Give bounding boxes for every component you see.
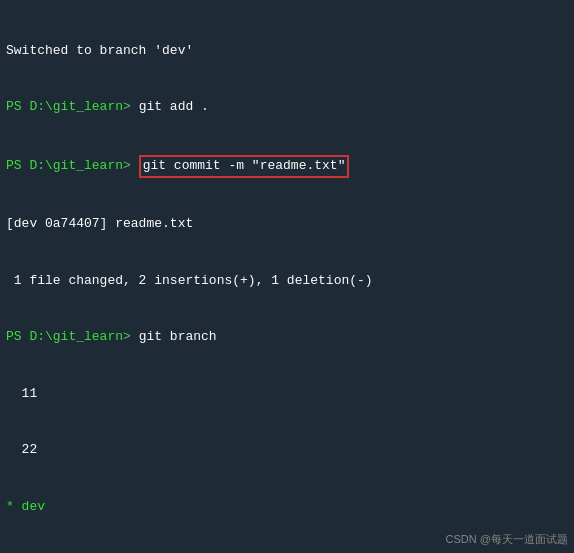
cmd-highlight: git commit -m "readme.txt"	[131, 158, 350, 173]
line-git-commit: PS D:\git_learn> git commit -m "readme.t…	[6, 155, 568, 178]
watermark: CSDN @每天一道面试题	[446, 532, 568, 547]
line-file-changed: 1 file changed, 2 insertions(+), 1 delet…	[6, 272, 568, 291]
commit-cmd-box: git commit -m "readme.txt"	[139, 155, 350, 178]
prompt-path: PS D:\git_learn>	[6, 99, 131, 114]
cmd-text: git add .	[131, 99, 209, 114]
line-git-branch: PS D:\git_learn> git branch	[6, 328, 568, 347]
prompt-path-3: PS D:\git_learn>	[6, 329, 131, 344]
branch-dev-name: dev	[22, 499, 45, 514]
line-git-add: PS D:\git_learn> git add .	[6, 98, 568, 117]
line-switched: Switched to branch 'dev'	[6, 42, 568, 61]
line-branch-22: 22	[6, 441, 568, 460]
branch-star: *	[6, 499, 22, 514]
line-dev-hash: [dev 0a74407] readme.txt	[6, 215, 568, 234]
line-branch-11: 11	[6, 385, 568, 404]
prompt-path-2: PS D:\git_learn>	[6, 158, 131, 173]
terminal: Switched to branch 'dev' PS D:\git_learn…	[0, 0, 574, 553]
cmd-branch: git branch	[131, 329, 217, 344]
line-branch-dev: * dev	[6, 498, 568, 517]
